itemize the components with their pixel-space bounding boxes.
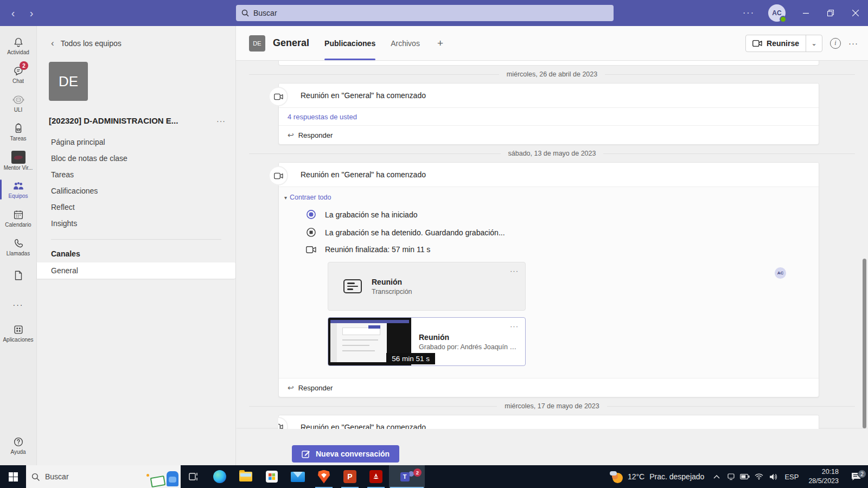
sidebar-item-tareas[interactable]: Tareas [37,166,235,183]
meeting-message-2: Reunión en "General" ha comenzado ▾ Cont… [278,162,819,397]
search-placeholder: Buscar [253,9,277,17]
rail-label: Mentor Vir... [4,165,33,171]
sidebar-item-pagina-principal[interactable]: Página principal [37,134,235,150]
restore-button[interactable] [818,0,843,26]
taskbar-mail[interactable] [285,465,311,488]
rail-item-aplicaciones[interactable]: Aplicaciones [0,319,36,348]
nav-back-icon[interactable]: ‹ [8,7,18,20]
channel-info-icon[interactable]: i [830,38,841,49]
new-conversation-label: Nueva conversación [316,450,390,458]
taskbar-brave[interactable] [311,465,337,488]
transcript-title: Reunión [372,278,412,286]
collapse-all-link[interactable]: ▾ Contraer todo [279,191,819,206]
new-conversation-button[interactable]: Nueva conversación [292,445,399,463]
rail-item-mentor-virtual[interactable]: Mentor Vir... [0,146,36,175]
rail-item-more[interactable]: ··· [0,290,36,319]
transcript-card[interactable]: Reunión Transcripción ··· [328,262,526,311]
date-separator: miércoles, 17 de mayo de 2023 [249,402,855,410]
taskbar-powerpoint[interactable]: P [337,465,363,488]
event-text: La grabación se ha detenido. Guardando g… [325,228,505,237]
sidebar-item-calificaciones[interactable]: Calificaciones [37,183,235,199]
all-teams-back[interactable]: ‹ Todos los equipos [37,26,235,54]
tray-chevron-up-icon[interactable] [710,475,724,479]
sidebar-item-bloc-de-notas[interactable]: Bloc de notas de clase [37,150,235,166]
meet-options-chevron[interactable]: ⌄ [806,35,822,52]
rail-label: Chat [12,78,24,84]
tray-volume-icon[interactable] [766,473,780,480]
edge-icon [213,470,226,483]
teams-titlebar: ‹ › Buscar ··· AC [0,0,868,26]
start-button[interactable] [0,465,26,488]
meeting-title[interactable]: Reunión en "General" ha comenzado [279,163,819,187]
tray-language[interactable]: ESP [780,473,803,481]
acrobat-icon [369,470,382,483]
taskbar-store[interactable] [259,465,285,488]
meeting-title[interactable]: Reunión en "General" ha comenzado [279,84,819,108]
channel-item-general[interactable]: General [37,262,235,279]
minimize-button[interactable] [793,0,818,26]
tray-date: 28/5/2023 [808,477,839,486]
video-camera-icon [274,93,283,100]
rail-item-tareas[interactable]: Tareas [0,118,36,146]
taskbar-weather[interactable]: 12°C Prac. despejado [604,470,710,483]
rail-item-archivos[interactable] [0,261,36,290]
tray-battery-icon[interactable] [738,474,752,479]
close-button[interactable] [843,0,868,26]
taskbar-teams[interactable]: T 2 [389,465,425,488]
transcript-more-icon[interactable]: ··· [510,267,519,275]
meeting-message-3-partial: Reunión en "General" ha comenzado [278,415,819,429]
taskbar-acrobat[interactable] [363,465,389,488]
rail-label: Equipos [8,193,28,199]
rail-item-ayuda[interactable]: Ayuda [0,431,36,460]
replies-link[interactable]: 4 respuestas de usted [279,108,819,125]
recording-thumbnail[interactable]: 56 min 51 s [328,318,411,365]
reply-button[interactable]: ↩ Responder [279,125,819,144]
rail-item-calendario[interactable]: Calendario [0,204,36,233]
file-icon [12,269,24,281]
recording-card[interactable]: 56 min 51 s Reunión Grabado por: Andrés … [328,317,526,366]
teams-people-icon [12,180,25,192]
task-view-icon [189,472,199,481]
tab-publicaciones[interactable]: Publicaciones [324,26,375,60]
nav-forward-icon[interactable]: › [26,7,37,20]
meeting-title[interactable]: Reunión en "General" ha comenzado [279,415,819,429]
search-input[interactable]: Buscar [236,5,614,21]
rail-item-actividad[interactable]: Actividad [0,31,36,60]
taskbar-search-input[interactable]: Buscar [26,465,181,488]
tray-wifi-icon[interactable] [752,473,766,480]
taskbar-explorer[interactable] [233,465,259,488]
taskbar-edge[interactable] [207,465,233,488]
reply-button[interactable]: ↩ Responder [279,378,819,397]
sidebar-item-reflect[interactable]: Reflect [37,199,235,215]
team-avatar[interactable]: DE [49,62,88,101]
search-icon [31,473,40,481]
more-apps-icon: ··· [13,300,24,309]
rail-item-uli[interactable]: ULI [0,89,36,118]
meet-button[interactable]: Reunirse ⌄ [745,35,822,52]
feed-scrollbar[interactable] [863,259,866,428]
rail-label: Aplicaciones [3,337,33,343]
recording-subtitle: Grabado por: Andrés Joaquín G... [419,343,516,351]
add-tab-button[interactable]: + [437,26,443,60]
tray-device-icon[interactable] [724,473,738,480]
sidebar-item-insights[interactable]: Insights [37,215,235,232]
meet-button-label: Reunirse [767,39,799,48]
date-separator: miércoles, 26 de abril de 2023 [249,70,855,78]
task-view-button[interactable] [181,465,207,488]
chevron-left-icon: ‹ [51,38,54,49]
tray-clock[interactable]: 20:18 28/5/2023 [803,467,844,486]
tray-time: 20:18 [808,467,839,477]
rail-label: Ayuda [10,449,25,455]
channel-more-icon[interactable]: ··· [848,38,858,48]
rail-item-equipos[interactable]: Equipos [0,175,36,204]
notification-center-button[interactable]: 2 [844,472,868,481]
meeting-avatar [270,88,287,105]
titlebar-more-icon[interactable]: ··· [737,8,761,18]
recording-more-icon[interactable]: ··· [510,322,519,330]
team-more-icon[interactable]: ··· [216,117,226,125]
video-camera-icon [306,246,316,254]
rail-item-chat[interactable]: 2 Chat [0,60,36,89]
tab-archivos[interactable]: Archivos [391,26,420,60]
user-avatar[interactable]: AC [768,4,786,22]
rail-item-llamadas[interactable]: Llamadas [0,233,36,261]
